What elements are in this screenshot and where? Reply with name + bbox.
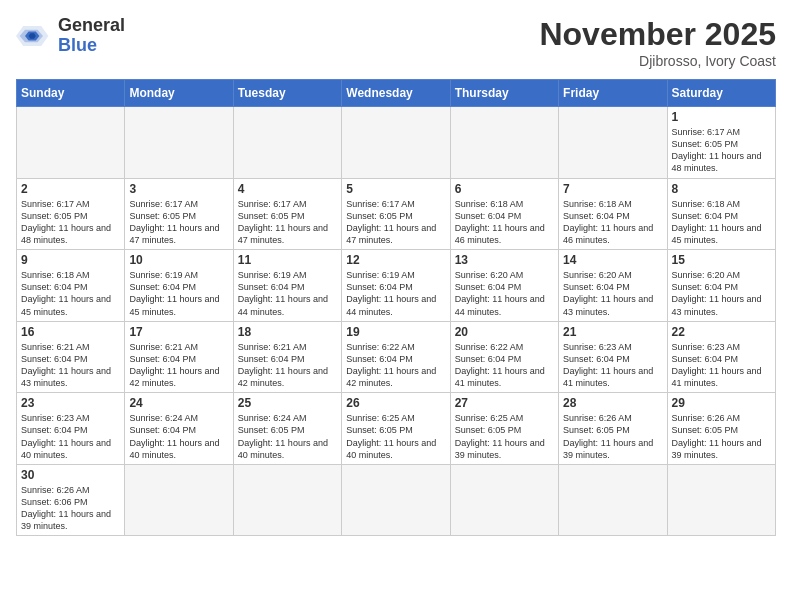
calendar-cell: 3Sunrise: 6:17 AMSunset: 6:05 PMDaylight… bbox=[125, 178, 233, 250]
day-info: Sunrise: 6:20 AMSunset: 6:04 PMDaylight:… bbox=[563, 269, 662, 318]
day-number: 1 bbox=[672, 110, 771, 124]
calendar-cell: 22Sunrise: 6:23 AMSunset: 6:04 PMDayligh… bbox=[667, 321, 775, 393]
calendar-cell: 29Sunrise: 6:26 AMSunset: 6:05 PMDayligh… bbox=[667, 393, 775, 465]
calendar-week-5: 23Sunrise: 6:23 AMSunset: 6:04 PMDayligh… bbox=[17, 393, 776, 465]
calendar-cell: 26Sunrise: 6:25 AMSunset: 6:05 PMDayligh… bbox=[342, 393, 450, 465]
calendar-cell bbox=[450, 107, 558, 179]
calendar-cell: 30Sunrise: 6:26 AMSunset: 6:06 PMDayligh… bbox=[17, 464, 125, 536]
day-info: Sunrise: 6:21 AMSunset: 6:04 PMDaylight:… bbox=[129, 341, 228, 390]
day-number: 15 bbox=[672, 253, 771, 267]
day-number: 2 bbox=[21, 182, 120, 196]
day-info: Sunrise: 6:18 AMSunset: 6:04 PMDaylight:… bbox=[563, 198, 662, 247]
calendar-cell: 15Sunrise: 6:20 AMSunset: 6:04 PMDayligh… bbox=[667, 250, 775, 322]
calendar-cell: 28Sunrise: 6:26 AMSunset: 6:05 PMDayligh… bbox=[559, 393, 667, 465]
weekday-header-sunday: Sunday bbox=[17, 80, 125, 107]
day-info: Sunrise: 6:22 AMSunset: 6:04 PMDaylight:… bbox=[455, 341, 554, 390]
day-number: 8 bbox=[672, 182, 771, 196]
day-info: Sunrise: 6:26 AMSunset: 6:05 PMDaylight:… bbox=[672, 412, 771, 461]
calendar-header-row: SundayMondayTuesdayWednesdayThursdayFrid… bbox=[17, 80, 776, 107]
day-info: Sunrise: 6:23 AMSunset: 6:04 PMDaylight:… bbox=[672, 341, 771, 390]
calendar-cell: 16Sunrise: 6:21 AMSunset: 6:04 PMDayligh… bbox=[17, 321, 125, 393]
calendar-cell bbox=[233, 107, 341, 179]
weekday-header-tuesday: Tuesday bbox=[233, 80, 341, 107]
calendar-cell: 23Sunrise: 6:23 AMSunset: 6:04 PMDayligh… bbox=[17, 393, 125, 465]
weekday-header-thursday: Thursday bbox=[450, 80, 558, 107]
calendar-week-1: 1Sunrise: 6:17 AMSunset: 6:05 PMDaylight… bbox=[17, 107, 776, 179]
calendar-cell bbox=[450, 464, 558, 536]
day-number: 10 bbox=[129, 253, 228, 267]
calendar-week-6: 30Sunrise: 6:26 AMSunset: 6:06 PMDayligh… bbox=[17, 464, 776, 536]
calendar-cell: 24Sunrise: 6:24 AMSunset: 6:04 PMDayligh… bbox=[125, 393, 233, 465]
day-info: Sunrise: 6:26 AMSunset: 6:06 PMDaylight:… bbox=[21, 484, 120, 533]
calendar-cell bbox=[342, 107, 450, 179]
weekday-header-friday: Friday bbox=[559, 80, 667, 107]
day-info: Sunrise: 6:25 AMSunset: 6:05 PMDaylight:… bbox=[346, 412, 445, 461]
calendar-cell: 2Sunrise: 6:17 AMSunset: 6:05 PMDaylight… bbox=[17, 178, 125, 250]
calendar-cell: 5Sunrise: 6:17 AMSunset: 6:05 PMDaylight… bbox=[342, 178, 450, 250]
day-number: 19 bbox=[346, 325, 445, 339]
day-info: Sunrise: 6:25 AMSunset: 6:05 PMDaylight:… bbox=[455, 412, 554, 461]
day-info: Sunrise: 6:20 AMSunset: 6:04 PMDaylight:… bbox=[455, 269, 554, 318]
day-number: 18 bbox=[238, 325, 337, 339]
day-info: Sunrise: 6:17 AMSunset: 6:05 PMDaylight:… bbox=[672, 126, 771, 175]
day-number: 4 bbox=[238, 182, 337, 196]
day-number: 27 bbox=[455, 396, 554, 410]
day-number: 11 bbox=[238, 253, 337, 267]
day-number: 28 bbox=[563, 396, 662, 410]
calendar-cell: 18Sunrise: 6:21 AMSunset: 6:04 PMDayligh… bbox=[233, 321, 341, 393]
day-number: 14 bbox=[563, 253, 662, 267]
calendar-cell: 9Sunrise: 6:18 AMSunset: 6:04 PMDaylight… bbox=[17, 250, 125, 322]
day-number: 6 bbox=[455, 182, 554, 196]
day-info: Sunrise: 6:21 AMSunset: 6:04 PMDaylight:… bbox=[21, 341, 120, 390]
day-info: Sunrise: 6:26 AMSunset: 6:05 PMDaylight:… bbox=[563, 412, 662, 461]
calendar-cell: 13Sunrise: 6:20 AMSunset: 6:04 PMDayligh… bbox=[450, 250, 558, 322]
day-info: Sunrise: 6:21 AMSunset: 6:04 PMDaylight:… bbox=[238, 341, 337, 390]
day-number: 7 bbox=[563, 182, 662, 196]
calendar-cell: 17Sunrise: 6:21 AMSunset: 6:04 PMDayligh… bbox=[125, 321, 233, 393]
day-number: 13 bbox=[455, 253, 554, 267]
logo-text: General Blue bbox=[58, 16, 125, 56]
day-number: 26 bbox=[346, 396, 445, 410]
day-number: 17 bbox=[129, 325, 228, 339]
day-number: 30 bbox=[21, 468, 120, 482]
day-number: 9 bbox=[21, 253, 120, 267]
day-info: Sunrise: 6:18 AMSunset: 6:04 PMDaylight:… bbox=[21, 269, 120, 318]
day-info: Sunrise: 6:19 AMSunset: 6:04 PMDaylight:… bbox=[346, 269, 445, 318]
page-header: General Blue November 2025 Djibrosso, Iv… bbox=[16, 16, 776, 69]
title-block: November 2025 Djibrosso, Ivory Coast bbox=[539, 16, 776, 69]
calendar-week-3: 9Sunrise: 6:18 AMSunset: 6:04 PMDaylight… bbox=[17, 250, 776, 322]
day-info: Sunrise: 6:24 AMSunset: 6:04 PMDaylight:… bbox=[129, 412, 228, 461]
day-info: Sunrise: 6:23 AMSunset: 6:04 PMDaylight:… bbox=[563, 341, 662, 390]
day-number: 21 bbox=[563, 325, 662, 339]
day-number: 24 bbox=[129, 396, 228, 410]
calendar-week-4: 16Sunrise: 6:21 AMSunset: 6:04 PMDayligh… bbox=[17, 321, 776, 393]
calendar-cell bbox=[125, 107, 233, 179]
calendar-cell: 4Sunrise: 6:17 AMSunset: 6:05 PMDaylight… bbox=[233, 178, 341, 250]
calendar-cell bbox=[559, 464, 667, 536]
calendar-cell bbox=[233, 464, 341, 536]
day-info: Sunrise: 6:19 AMSunset: 6:04 PMDaylight:… bbox=[238, 269, 337, 318]
day-info: Sunrise: 6:19 AMSunset: 6:04 PMDaylight:… bbox=[129, 269, 228, 318]
calendar-cell: 8Sunrise: 6:18 AMSunset: 6:04 PMDaylight… bbox=[667, 178, 775, 250]
day-info: Sunrise: 6:18 AMSunset: 6:04 PMDaylight:… bbox=[455, 198, 554, 247]
calendar-cell: 11Sunrise: 6:19 AMSunset: 6:04 PMDayligh… bbox=[233, 250, 341, 322]
logo: General Blue bbox=[16, 16, 125, 56]
day-info: Sunrise: 6:20 AMSunset: 6:04 PMDaylight:… bbox=[672, 269, 771, 318]
day-info: Sunrise: 6:17 AMSunset: 6:05 PMDaylight:… bbox=[238, 198, 337, 247]
day-number: 20 bbox=[455, 325, 554, 339]
day-number: 3 bbox=[129, 182, 228, 196]
day-info: Sunrise: 6:17 AMSunset: 6:05 PMDaylight:… bbox=[21, 198, 120, 247]
calendar-cell: 25Sunrise: 6:24 AMSunset: 6:05 PMDayligh… bbox=[233, 393, 341, 465]
calendar-cell: 6Sunrise: 6:18 AMSunset: 6:04 PMDaylight… bbox=[450, 178, 558, 250]
calendar-cell bbox=[559, 107, 667, 179]
calendar-week-2: 2Sunrise: 6:17 AMSunset: 6:05 PMDaylight… bbox=[17, 178, 776, 250]
calendar-cell: 1Sunrise: 6:17 AMSunset: 6:05 PMDaylight… bbox=[667, 107, 775, 179]
day-number: 5 bbox=[346, 182, 445, 196]
calendar-cell: 20Sunrise: 6:22 AMSunset: 6:04 PMDayligh… bbox=[450, 321, 558, 393]
calendar-cell bbox=[342, 464, 450, 536]
calendar-cell: 7Sunrise: 6:18 AMSunset: 6:04 PMDaylight… bbox=[559, 178, 667, 250]
calendar-cell: 10Sunrise: 6:19 AMSunset: 6:04 PMDayligh… bbox=[125, 250, 233, 322]
calendar-cell: 14Sunrise: 6:20 AMSunset: 6:04 PMDayligh… bbox=[559, 250, 667, 322]
day-number: 22 bbox=[672, 325, 771, 339]
calendar-cell: 21Sunrise: 6:23 AMSunset: 6:04 PMDayligh… bbox=[559, 321, 667, 393]
